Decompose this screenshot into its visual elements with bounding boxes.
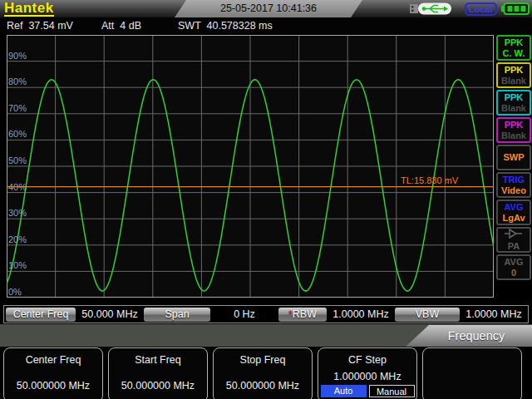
side-button-line2: PA [508,241,520,252]
span-value: 0 Hz [211,308,278,322]
softkey-center-freq[interactable]: Center Freq 50.000000 MHz [3,347,103,399]
side-button-line2: Video [501,185,526,196]
softkey-title: Center Freq [4,354,102,366]
usb-icon [410,2,453,19]
y-tick: 0% [8,288,22,297]
waveform-plot: TL:15.830 mV [7,35,494,298]
auto-option[interactable]: Auto [321,385,367,397]
spectrum-display: TL:15.830 mV [7,35,494,298]
measurement-info-bar: Ref 37.54 mV Att 4 dB SWT 40.578328 ms [0,17,532,34]
softkey-value: 1.000000 MHz [318,371,416,382]
softkey-title: Start Freq [109,354,207,366]
datetime-text: 25-05-2017 10:41:36 [220,2,317,14]
softkey-stop-freq[interactable]: Stop Freq 50.000000 MHz [213,347,313,399]
softkey-start-freq[interactable]: Start Freq 50.000000 MHz [108,347,208,399]
y-tick: 90% [8,52,27,61]
side-button-line1: TRIG [503,175,525,185]
center-freq-chip: Center Freq [6,308,76,322]
side-button-swp[interactable]: SWP [496,145,531,170]
side-button-avg-0[interactable]: AVG 0 [496,254,531,280]
softkey-value: 50.000000 MHz [109,380,207,392]
side-button-line1: AVG [504,257,523,268]
side-button-ppk-blank-magenta[interactable]: PPK Blank [496,117,531,143]
side-button-pa[interactable]: PA [496,227,531,253]
side-button-line1: AVG [504,202,523,213]
softkey-cf-step[interactable]: CF Step 1.000000 MHz Auto Manual [318,347,417,399]
cf-step-mode-toggle: Auto Manual [318,385,416,397]
softkey-value: 50.000000 MHz [214,380,312,392]
top-status-bar: Hantek 25-05-2017 10:41:36 Local [0,0,532,17]
side-button-ppk-blank-cyan[interactable]: PPK Blank [496,90,531,116]
center-freq-value: 50.000 MHz [76,308,143,322]
rbw-value: 1.0000 MHz [328,308,394,322]
side-button-line1: PPK [505,37,524,48]
side-button-line1: SWP [503,152,524,163]
y-tick: 50% [8,156,27,165]
side-button-line1: PPK [505,65,524,76]
y-tick: 20% [8,235,27,244]
frequency-status-bar: Center Freq 50.000 MHz Span 0 Hz *RBW 1.… [3,305,529,323]
attenuation-readout: Att 4 dB [101,20,141,32]
side-button-line2: Blank [501,103,526,114]
side-button-avg-lgav[interactable]: AVG LgAv [496,200,531,225]
svg-text:TL:15.830 mV: TL:15.830 mV [401,175,459,185]
sweep-time-readout: SWT 40.578328 ms [178,20,273,32]
y-tick: 60% [8,130,27,139]
y-tick: 70% [8,104,27,113]
local-mode-label: Local [469,4,493,14]
side-button-line2: C. W. [503,48,525,59]
side-button-line2: Blank [501,76,526,86]
span-chip: Span [144,308,210,322]
y-tick: 10% [8,261,27,270]
battery-full-icon [501,2,530,18]
vbw-chip: VBW [395,308,460,322]
vbw-value: 1.0000 MHz [461,308,527,322]
side-button-ppk-cw[interactable]: PPK C. W. [496,35,531,61]
side-button-line2: Blank [501,131,526,141]
softkey-title: Stop Freq [214,354,312,366]
y-tick: 30% [8,209,27,218]
softkey-title: CF Step [318,354,416,366]
local-mode-badge: Local [465,2,497,16]
ref-level-readout: Ref 37.54 mV [7,20,73,32]
side-button-trig-video[interactable]: TRIG Video [496,172,531,198]
power-amplifier-icon [505,229,523,241]
spectrum-analyzer-screen: { "header": { "logo": "Hantek", "datetim… [0,0,532,399]
rbw-chip: *RBW [278,308,327,322]
softkey-value: 50.000000 MHz [4,380,102,392]
y-tick: 80% [8,77,27,86]
side-button-line1: PPK [505,120,524,131]
side-button-line1: PPK [505,92,524,103]
bottom-softkeys: Center Freq 50.000000 MHz Start Freq 50.… [3,347,522,399]
datetime-banner: 25-05-2017 10:41:36 [175,0,362,17]
side-button-line2: 0 [511,268,516,278]
brand-logo: Hantek [4,1,54,17]
manual-option[interactable]: Manual [369,385,415,397]
active-menu-tab-label: Frequency [448,329,505,342]
side-button-line2: LgAv [502,213,525,224]
side-button-ppk-blank-yellow[interactable]: PPK Blank [496,62,531,88]
y-tick: 40% [8,183,27,192]
softkey-empty[interactable] [422,347,522,399]
